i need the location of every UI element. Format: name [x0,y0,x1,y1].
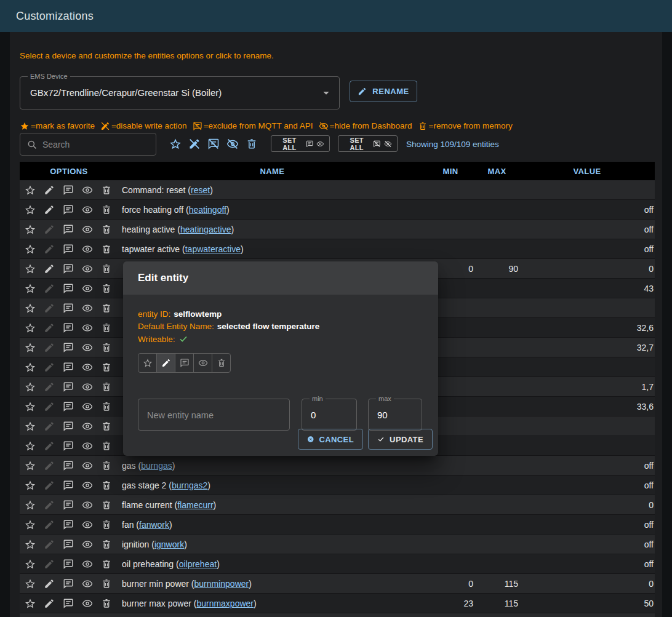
eye-icon[interactable] [82,283,93,294]
star-icon[interactable] [25,500,36,511]
pencil-icon[interactable] [44,539,55,550]
trash-icon[interactable] [101,322,112,333]
chat-icon[interactable] [63,283,74,294]
pencil-icon[interactable] [44,362,55,373]
entity-shortname-link[interactable]: heatingoff [189,205,226,215]
pencil-icon[interactable] [44,322,55,333]
pencil-icon[interactable] [44,204,55,215]
eye-icon[interactable] [82,381,93,392]
trash-icon[interactable] [101,480,112,491]
pencil-icon[interactable] [44,185,55,196]
star-icon[interactable] [25,559,36,570]
entity-shortname-link[interactable]: ignwork [154,539,184,549]
pencil-icon[interactable] [44,460,55,471]
rename-button[interactable]: RENAME [350,81,417,102]
chat-icon[interactable] [63,303,74,314]
star-icon[interactable] [25,539,36,550]
pencil-off-icon[interactable] [188,138,201,150]
min-input[interactable] [302,399,356,430]
pencil-icon[interactable] [44,598,55,609]
eye-icon[interactable] [82,362,93,373]
star-icon[interactable] [25,421,36,432]
update-button[interactable]: UPDATE [368,429,433,450]
eye-icon[interactable] [82,598,93,609]
chat-icon[interactable] [63,224,74,235]
trash-icon[interactable] [101,303,112,314]
trash-toggle-button[interactable] [212,353,231,373]
trash-icon[interactable] [101,559,112,570]
chat-icon[interactable] [63,322,74,333]
pencil-icon[interactable] [44,519,55,530]
star-icon[interactable] [25,342,36,353]
pencil-icon[interactable] [44,244,55,255]
eye-icon[interactable] [82,204,93,215]
star-icon[interactable] [25,322,36,333]
chat-icon[interactable] [63,381,74,392]
star-toggle-button[interactable] [138,353,157,373]
new-entity-name-field[interactable] [138,399,290,431]
eye-icon[interactable] [82,519,93,530]
entity-shortname-link[interactable]: burngas [141,461,172,471]
entity-shortname-link[interactable]: tapwateractive [185,244,241,254]
pencil-icon[interactable] [44,440,55,452]
pencil-icon[interactable] [44,224,55,235]
star-icon[interactable] [25,283,36,294]
trash-icon[interactable] [101,224,112,235]
chat-toggle-button[interactable] [175,353,194,373]
eye-icon[interactable] [82,480,93,491]
pencil-icon[interactable] [44,381,55,392]
trash-icon[interactable] [101,204,112,215]
chat-icon[interactable] [63,263,74,274]
trash-icon[interactable] [101,263,112,274]
eye-toggle-button[interactable] [193,353,212,373]
chat-icon[interactable] [63,519,74,530]
eye-icon[interactable] [82,263,93,274]
pencil-icon[interactable] [44,421,55,432]
star-icon[interactable] [25,204,36,215]
eye-icon[interactable] [82,559,93,570]
search-input[interactable] [42,140,150,149]
chat-icon[interactable] [63,460,74,471]
star-icon[interactable] [25,440,36,452]
trash-icon[interactable] [101,362,112,373]
entity-shortname-link[interactable]: burnmaxpower [196,599,254,608]
pencil-icon[interactable] [44,401,55,412]
star-icon[interactable] [25,401,36,412]
entity-shortname-link[interactable]: heatingactive [180,225,231,234]
eye-icon[interactable] [82,401,93,412]
max-input[interactable] [369,399,422,430]
chat-icon[interactable] [63,185,74,196]
star-icon[interactable] [25,362,36,373]
entity-shortname-link[interactable]: fanwork [139,520,169,530]
pencil-icon[interactable] [44,480,55,491]
eye-icon[interactable] [82,500,93,511]
chat-off-icon[interactable] [207,138,220,150]
eye-icon[interactable] [82,421,93,432]
star-icon[interactable] [25,224,36,235]
trash-icon[interactable] [101,421,112,432]
star-icon[interactable] [25,598,36,609]
entity-shortname-link[interactable]: reset [191,185,210,195]
trash-icon[interactable] [101,519,112,530]
chat-icon[interactable] [63,342,74,353]
trash-icon[interactable] [246,138,258,150]
pencil-icon[interactable] [44,578,55,589]
chat-icon[interactable] [63,559,74,570]
trash-icon[interactable] [101,342,112,353]
device-select[interactable]: EMS Device GBx72/Trendline/Cerapur/Green… [20,76,340,109]
eye-icon[interactable] [82,440,93,452]
min-field[interactable]: min [302,399,357,431]
eye-icon[interactable] [82,460,93,471]
eye-icon[interactable] [82,185,93,196]
trash-icon[interactable] [101,185,112,196]
trash-icon[interactable] [101,401,112,412]
star-icon[interactable] [25,185,36,196]
chat-icon[interactable] [63,440,74,452]
pencil-icon[interactable] [44,263,55,274]
chat-icon[interactable] [63,362,74,373]
eye-icon[interactable] [82,539,93,550]
chat-icon[interactable] [63,401,74,412]
pencil-icon[interactable] [44,500,55,511]
eye-icon[interactable] [82,303,93,314]
trash-icon[interactable] [101,539,112,550]
